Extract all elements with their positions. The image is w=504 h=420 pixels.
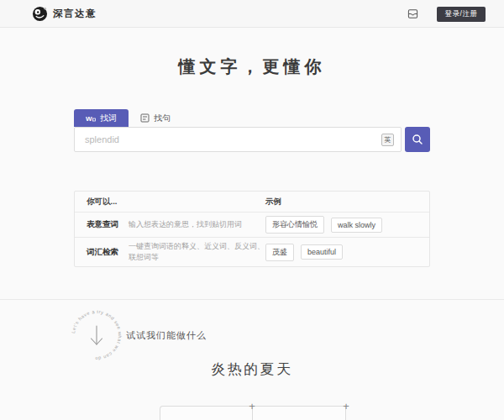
word-icon: W (86, 114, 96, 123)
search-bar: 英 (74, 127, 430, 152)
example-chip[interactable]: 形容心情愉悦 (265, 216, 324, 234)
demo-card[interactable] (160, 406, 252, 420)
demo-card[interactable] (252, 406, 346, 420)
feature-name: 词汇检索 (87, 247, 118, 258)
search-tabs: W 找词 找句 (74, 109, 182, 127)
logo-icon (32, 6, 48, 22)
arrow-down-icon (92, 326, 102, 344)
search-icon (412, 134, 423, 145)
login-register-button[interactable]: 登录/注册 (437, 7, 486, 22)
demo-example-title: 炎热的夏天 (0, 360, 504, 379)
feature-description: 输入想表达的意思，找到贴切用词 (129, 219, 242, 230)
language-badge: 英 (381, 134, 394, 146)
example-chip[interactable]: beautiful (301, 244, 343, 260)
tab-find-word[interactable]: W 找词 (74, 109, 129, 127)
logo[interactable]: 深言达意 (32, 6, 97, 22)
table-row: 表意查词 输入想表达的意思，找到贴切用词 形容心情愉悦 walk slowly (75, 212, 429, 237)
search-box: 英 (74, 127, 402, 152)
page: 深言达意 登录/注册 懂文字，更懂你 W 找词 (0, 0, 504, 420)
header: 深言达意 登录/注册 (0, 0, 504, 28)
tab-find-sentence-label: 找句 (154, 113, 171, 124)
corner-plus-icon: + (249, 401, 255, 412)
page-title: 懂文字，更懂你 (0, 55, 504, 78)
try-prompt: 试试我们能做什么 (126, 329, 207, 342)
feature-description: 一键查询词语的释义、近义词、反义词、联想词等 (129, 241, 265, 263)
feedback-box-icon[interactable] (407, 8, 418, 19)
example-chip[interactable]: walk slowly (331, 218, 382, 233)
corner-plus-icon: + (343, 401, 349, 412)
search-button[interactable] (405, 127, 430, 152)
tab-find-word-label: 找词 (100, 113, 117, 124)
search-input[interactable] (75, 128, 401, 151)
column-header-capability: 你可以... (87, 197, 117, 207)
svg-text:W: W (86, 115, 92, 123)
circle-arrow-widget: Let's have a try and see what we can do (63, 302, 130, 369)
logo-text: 深言达意 (53, 8, 97, 20)
sentence-icon (140, 113, 150, 123)
section-divider (0, 299, 504, 300)
example-chip[interactable]: 茂盛 (265, 244, 294, 261)
features-table-header: 你可以... 示例 (75, 192, 429, 212)
features-table: 你可以... 示例 表意查词 输入想表达的意思，找到贴切用词 形容心情愉悦 wa… (74, 191, 430, 267)
column-header-examples: 示例 (265, 197, 281, 207)
table-row: 词汇检索 一键查询词语的释义、近义词、反义词、联想词等 茂盛 beautiful (75, 237, 429, 266)
feature-name: 表意查词 (87, 219, 118, 230)
tab-find-sentence[interactable]: 找句 (129, 109, 182, 127)
